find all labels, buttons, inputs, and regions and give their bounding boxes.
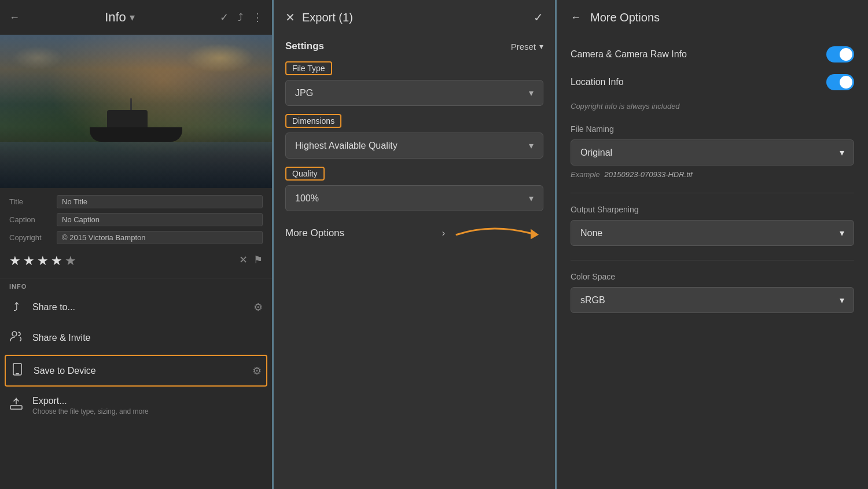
caption-value[interactable]: No Caption bbox=[57, 213, 263, 226]
export-item[interactable]: Export... Choose the file type, sizing, … bbox=[0, 388, 272, 424]
color-space-dropdown[interactable]: sRGB ▾ bbox=[571, 287, 854, 313]
dimensions-label: Dimensions bbox=[285, 114, 341, 128]
share-invite-item[interactable]: Share & Invite bbox=[0, 322, 272, 354]
preset-label: Preset bbox=[511, 42, 536, 52]
left-header: ← Info ▾ ✓ ⤴ ⋮ bbox=[0, 0, 272, 35]
arrow-annotation bbox=[445, 218, 561, 249]
flag-icon[interactable]: ⚑ bbox=[253, 253, 263, 266]
color-space-label: Color Space bbox=[571, 272, 854, 281]
photo-preview bbox=[0, 35, 272, 188]
star-rating: ★ ★ ★ ★ ★ bbox=[9, 253, 76, 269]
copyright-value[interactable]: © 2015 Victoria Bampton bbox=[57, 231, 263, 244]
star-1[interactable]: ★ bbox=[9, 253, 21, 269]
quality-chevron-icon: ▾ bbox=[529, 193, 534, 204]
dimensions-section: Dimensions Highest Available Quality ▾ bbox=[285, 114, 543, 159]
example-row: Example 20150923-070933-HDR.tif bbox=[571, 170, 854, 179]
preset-row[interactable]: Preset ▾ bbox=[511, 42, 543, 52]
back-icon[interactable]: ← bbox=[9, 12, 20, 24]
share-to-text: Share to... bbox=[32, 302, 253, 312]
file-naming-section: File Naming Original ▾ Example 20150923-… bbox=[571, 124, 854, 179]
location-info-row: Location Info bbox=[571, 74, 854, 90]
left-header-center: Info ▾ bbox=[105, 10, 135, 25]
file-type-section: File Type JPG ▾ bbox=[285, 61, 543, 106]
share-invite-text: Share & Invite bbox=[32, 333, 263, 343]
file-naming-label: File Naming bbox=[571, 124, 854, 134]
color-space-value: sRGB bbox=[580, 295, 605, 306]
metadata-section: Title No Title Caption No Caption Copyri… bbox=[0, 188, 272, 278]
more-options-row[interactable]: More Options › bbox=[274, 217, 555, 249]
chevron-down-icon[interactable]: ▾ bbox=[130, 11, 135, 24]
star-5[interactable]: ★ bbox=[65, 253, 76, 269]
location-info-toggle[interactable] bbox=[826, 74, 854, 90]
info-section-label: INFO bbox=[0, 278, 272, 292]
camera-raw-label: Camera & Camera Raw Info bbox=[571, 49, 687, 60]
more-icon[interactable]: ⋮ bbox=[252, 11, 263, 24]
caption-label: Caption bbox=[9, 215, 50, 224]
share-invite-icon bbox=[9, 330, 23, 345]
back-button[interactable]: ← bbox=[571, 12, 581, 24]
header-actions: ✓ ⤴ ⋮ bbox=[220, 11, 263, 24]
reject-icon[interactable]: ✕ bbox=[239, 253, 248, 266]
toggle-knob bbox=[840, 48, 852, 61]
left-panel: ← Info ▾ ✓ ⤴ ⋮ Title No Title C bbox=[0, 0, 272, 489]
save-device-icon bbox=[10, 363, 24, 378]
boat-body bbox=[90, 127, 182, 142]
save-device-gear-icon[interactable]: ⚙ bbox=[252, 365, 262, 377]
export-title: Export (1) bbox=[302, 11, 353, 24]
quality-value: 100% bbox=[295, 193, 319, 204]
export-subtitle: Choose the file type, sizing, and more bbox=[32, 407, 149, 416]
boat-cabin bbox=[107, 110, 148, 127]
divider bbox=[571, 193, 854, 193]
dimensions-value: Highest Available Quality bbox=[295, 141, 398, 151]
share-to-item[interactable]: ⤴ Share to... ⚙ bbox=[0, 292, 272, 322]
quality-section: Quality 100% ▾ bbox=[285, 167, 543, 211]
more-options-header: ← More Options bbox=[557, 0, 868, 35]
export-header: ✕ Export (1) ✓ bbox=[274, 0, 555, 35]
share-to-gear-icon[interactable]: ⚙ bbox=[253, 301, 263, 314]
title-value[interactable]: No Title bbox=[57, 195, 263, 208]
caption-row: Caption No Caption bbox=[9, 213, 263, 226]
preset-chevron-icon: ▾ bbox=[539, 42, 543, 51]
output-sharpening-label: Output Sharpening bbox=[571, 205, 854, 214]
copyright-note: Copyright info is always included bbox=[571, 102, 854, 111]
star-2[interactable]: ★ bbox=[23, 253, 35, 269]
star-4[interactable]: ★ bbox=[51, 253, 62, 269]
confirm-button[interactable]: ✓ bbox=[534, 10, 543, 24]
star-3[interactable]: ★ bbox=[37, 253, 49, 269]
check-icon[interactable]: ✓ bbox=[220, 11, 229, 24]
example-value: 20150923-070933-HDR.tif bbox=[605, 170, 693, 179]
cloud-right bbox=[185, 43, 255, 72]
output-sharpening-section: Output Sharpening None ▾ bbox=[571, 205, 854, 246]
quality-label: Quality bbox=[285, 167, 325, 181]
file-naming-chevron-icon: ▾ bbox=[840, 147, 844, 158]
export-icon bbox=[9, 397, 23, 413]
camera-raw-row: Camera & Camera Raw Info bbox=[571, 46, 854, 62]
title-row: Title No Title bbox=[9, 195, 263, 208]
file-naming-dropdown[interactable]: Original ▾ bbox=[571, 139, 854, 166]
close-button[interactable]: ✕ bbox=[285, 10, 295, 24]
dimensions-dropdown[interactable]: Highest Available Quality ▾ bbox=[285, 133, 543, 159]
color-space-section: Color Space sRGB ▾ bbox=[571, 272, 854, 313]
svg-marker-4 bbox=[531, 229, 539, 240]
more-options-title: More Options bbox=[590, 11, 660, 24]
share-to-icon: ⤴ bbox=[9, 300, 23, 314]
location-info-label: Location Info bbox=[571, 77, 624, 87]
output-sharpening-chevron-icon: ▾ bbox=[840, 227, 844, 238]
annotation-arrow bbox=[445, 218, 561, 249]
quality-dropdown[interactable]: 100% ▾ bbox=[285, 185, 543, 211]
file-type-label: File Type bbox=[285, 61, 332, 75]
rating-row: ★ ★ ★ ★ ★ ✕ ⚑ bbox=[9, 249, 263, 271]
svg-rect-3 bbox=[10, 406, 22, 409]
settings-row: Settings Preset ▾ bbox=[274, 35, 555, 56]
export-content: Export... Choose the file type, sizing, … bbox=[32, 396, 149, 416]
file-type-chevron-icon: ▾ bbox=[529, 87, 534, 98]
example-label: Example bbox=[571, 170, 600, 179]
output-sharpening-dropdown[interactable]: None ▾ bbox=[571, 220, 854, 246]
camera-raw-toggle[interactable] bbox=[826, 46, 854, 62]
share-icon[interactable]: ⤴ bbox=[238, 12, 243, 24]
save-to-device-item[interactable]: Save to Device ⚙ bbox=[5, 355, 267, 387]
file-type-dropdown[interactable]: JPG ▾ bbox=[285, 80, 543, 106]
divider-2 bbox=[571, 260, 854, 260]
cloud-left bbox=[12, 46, 64, 69]
boat-silhouette bbox=[78, 107, 194, 142]
